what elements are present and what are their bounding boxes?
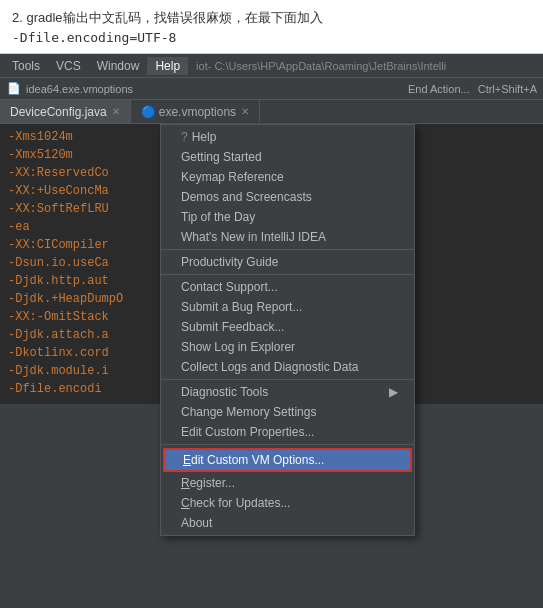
menu-item-about[interactable]: About <box>161 513 414 533</box>
menu-item-edit-custom-props-label: Edit Custom Properties... <box>181 425 398 439</box>
menu-bar: Tools VCS Window Help iot- C:\Users\HP\A… <box>0 54 543 78</box>
help-icon: ? <box>181 130 188 144</box>
menu-item-bug-report-label: Submit a Bug Report... <box>181 300 398 314</box>
menu-item-show-log-label: Show Log in Explorer <box>181 340 398 354</box>
menu-section-3: Contact Support... Submit a Bug Report..… <box>161 275 414 380</box>
menu-item-productivity[interactable]: Productivity Guide <box>161 252 414 272</box>
ide-window: Tools VCS Window Help iot- C:\Users\HP\A… <box>0 54 543 608</box>
toolbar-filename: idea64.exe.vmoptions <box>26 83 133 95</box>
menu-item-productivity-label: Productivity Guide <box>181 255 398 269</box>
tab-deviceconfig-close[interactable]: ✕ <box>112 106 120 117</box>
help-dropdown: ? Help Getting Started Keymap Reference … <box>160 124 415 536</box>
tabs-row: DeviceConfig.java ✕ 🔵 exe.vmoptions ✕ <box>0 100 543 124</box>
menu-item-collect-logs-label: Collect Logs and Diagnostic Data <box>181 360 398 374</box>
menu-item-register-label: Register... <box>181 476 398 490</box>
menu-tools[interactable]: Tools <box>4 57 48 75</box>
menu-item-collect-logs[interactable]: Collect Logs and Diagnostic Data <box>161 357 414 377</box>
menu-item-getting-started[interactable]: Getting Started <box>161 147 414 167</box>
toolbar-shortcut-keys: Ctrl+Shift+A <box>478 83 537 95</box>
tab-deviceconfig-label: DeviceConfig.java <box>10 105 107 119</box>
menu-item-edit-vm-options-label: Edit Custom VM Options... <box>183 453 396 467</box>
menu-window[interactable]: Window <box>89 57 148 75</box>
annotation-box: 2. gradle输出中文乱码，找错误很麻烦，在最下面加入 -Dfile.enc… <box>0 0 543 54</box>
menu-item-help-label: Help <box>192 130 398 144</box>
menu-item-whats-new-label: What's New in IntelliJ IDEA <box>181 230 398 244</box>
menu-item-show-log[interactable]: Show Log in Explorer <box>161 337 414 357</box>
menu-section-4: Diagnostic Tools ▶ Change Memory Setting… <box>161 380 414 445</box>
menu-item-help[interactable]: ? Help <box>161 127 414 147</box>
menu-item-diagnostic-tools-label: Diagnostic Tools <box>181 385 389 399</box>
menu-item-change-memory-label: Change Memory Settings <box>181 405 398 419</box>
toolbar-action[interactable]: End Action... <box>408 83 470 95</box>
menu-item-check-updates[interactable]: Check for Updates... <box>161 493 414 513</box>
menu-item-keymap[interactable]: Keymap Reference <box>161 167 414 187</box>
menu-item-feedback[interactable]: Submit Feedback... <box>161 317 414 337</box>
menu-item-edit-vm-options[interactable]: Edit Custom VM Options... <box>163 448 412 472</box>
tab-vmoptions-label: exe.vmoptions <box>159 105 236 119</box>
annotation-line1: 2. gradle输出中文乱码，找错误很麻烦，在最下面加入 <box>12 8 531 28</box>
menu-help[interactable]: Help <box>147 57 188 75</box>
menu-item-whats-new[interactable]: What's New in IntelliJ IDEA <box>161 227 414 247</box>
menu-item-diagnostic-tools[interactable]: Diagnostic Tools ▶ <box>161 382 414 402</box>
menu-item-about-label: About <box>181 516 398 530</box>
menu-section-5: Edit Custom VM Options... Register... Ch… <box>161 445 414 535</box>
menu-item-tip-label: Tip of the Day <box>181 210 398 224</box>
menu-item-tip[interactable]: Tip of the Day <box>161 207 414 227</box>
menu-item-check-updates-label: Check for Updates... <box>181 496 398 510</box>
menu-item-contact-support-label: Contact Support... <box>181 280 398 294</box>
menu-section-2: Productivity Guide <box>161 250 414 275</box>
tab-vmoptions-icon: 🔵 <box>141 105 156 119</box>
menu-item-register[interactable]: Register... <box>161 473 414 493</box>
annotation-line2: -Dfile.encoding=UTF-8 <box>12 28 531 48</box>
menu-item-edit-custom-props[interactable]: Edit Custom Properties... <box>161 422 414 442</box>
file-icon: 📄 <box>6 81 22 97</box>
menu-item-contact-support[interactable]: Contact Support... <box>161 277 414 297</box>
menu-item-keymap-label: Keymap Reference <box>181 170 398 184</box>
menu-item-getting-started-label: Getting Started <box>181 150 398 164</box>
tab-deviceconfig[interactable]: DeviceConfig.java ✕ <box>0 100 131 123</box>
menu-item-demos[interactable]: Demos and Screencasts <box>161 187 414 207</box>
menu-item-demos-label: Demos and Screencasts <box>181 190 398 204</box>
toolbar: 📄 idea64.exe.vmoptions End Action... Ctr… <box>0 78 543 100</box>
tab-vmoptions-close[interactable]: ✕ <box>241 106 249 117</box>
menu-vcs[interactable]: VCS <box>48 57 89 75</box>
menu-path: iot- C:\Users\HP\AppData\Roaming\JetBrai… <box>196 60 539 72</box>
menu-item-change-memory[interactable]: Change Memory Settings <box>161 402 414 422</box>
menu-item-feedback-label: Submit Feedback... <box>181 320 398 334</box>
menu-item-bug-report[interactable]: Submit a Bug Report... <box>161 297 414 317</box>
tab-vmoptions[interactable]: 🔵 exe.vmoptions ✕ <box>131 100 260 123</box>
menu-section-1: ? Help Getting Started Keymap Reference … <box>161 125 414 250</box>
submenu-arrow-icon: ▶ <box>389 385 398 399</box>
